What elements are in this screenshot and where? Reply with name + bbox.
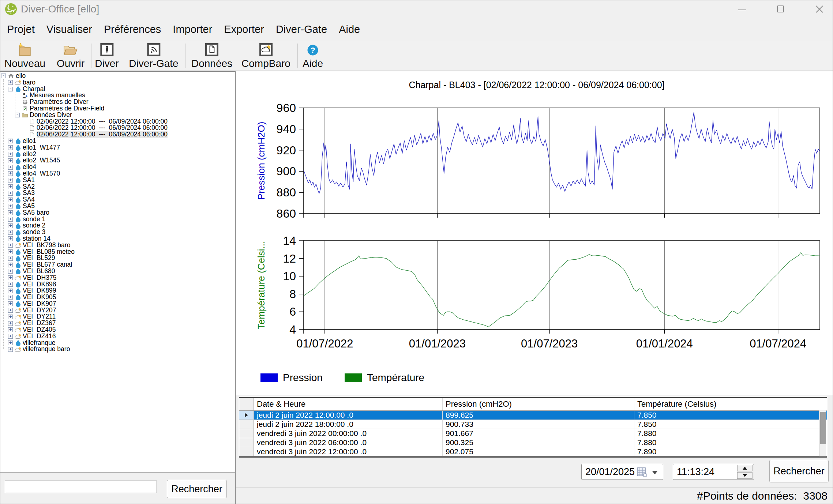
expand-icon[interactable]: + [8,80,13,85]
maximize-button[interactable] [770,0,791,18]
expand-icon[interactable]: + [8,269,13,274]
find-datetime-button[interactable]: Rechercher [769,460,829,482]
expand-icon[interactable]: + [8,152,13,157]
table-scrollbar[interactable] [819,410,826,456]
spin-up-button[interactable] [737,465,753,471]
close-button[interactable] [809,0,830,18]
toolbar-button-aide[interactable]: ?Aide [303,41,323,69]
spin-down-button[interactable] [737,472,753,479]
menu-item-exporter[interactable]: Exporter [224,23,264,35]
menu-item-visualiser[interactable]: Visualiser [46,23,92,35]
legend-label: Pression [283,372,323,384]
tree-item[interactable]: +SA5 baro [0,210,235,216]
table-column-header[interactable]: Pression (cmH2O) [443,398,634,410]
expand-icon[interactable]: + [8,217,13,222]
date-dropdown-icon[interactable] [652,471,658,474]
table-row[interactable]: vendredi 3 juin 2022 06:00:00 .0900.3257… [239,438,827,447]
table-row[interactable]: jeudi 2 juin 2022 18:00:00 .0900.7337.85… [239,420,827,429]
toolbar: NouveauOuvrirDiverDiver-GateDonnéesCompB… [0,41,833,71]
tree-item-label: VEI DH375 [23,275,56,281]
expand-icon[interactable]: + [8,341,13,345]
row-selector-cell[interactable] [239,447,254,456]
panel-divider[interactable] [235,71,236,504]
expand-icon[interactable]: + [8,198,13,202]
expand-icon[interactable]: + [8,334,13,339]
tree-item[interactable]: +ello1 W1477 [0,144,235,151]
row-selector-cell[interactable] [239,438,254,447]
expand-icon[interactable]: + [8,230,13,235]
expand-icon[interactable]: + [8,145,13,150]
collapse-icon[interactable]: - [15,113,20,117]
row-selector-cell[interactable] [239,420,254,429]
table-row[interactable]: vendredi 3 juin 2022 12:00:00 .0902.0757… [239,447,827,456]
menu-item-aide[interactable]: Aide [339,23,360,35]
expand-icon[interactable]: + [8,256,13,261]
expand-icon[interactable]: + [8,295,13,300]
expand-icon[interactable]: + [8,210,13,215]
expand-icon[interactable]: + [8,204,13,208]
collapse-icon[interactable]: - [1,74,6,78]
expand-icon[interactable]: + [8,178,13,183]
expand-icon[interactable]: + [8,223,13,228]
expand-icon[interactable]: + [8,275,13,280]
tree-item[interactable]: +baro [0,79,235,86]
expand-icon[interactable]: + [8,184,13,189]
toolbar-button-ouvrir[interactable]: Ouvrir [57,41,85,69]
expand-icon[interactable]: + [8,165,13,170]
expand-icon[interactable]: + [8,171,13,176]
tree-search-input[interactable] [5,481,157,493]
pin-icon [15,262,21,268]
tree-item[interactable]: +villefranque baro [0,346,235,353]
expand-icon[interactable]: + [8,301,13,306]
toolbar-button-nouveau[interactable]: Nouveau [4,41,45,69]
expand-icon[interactable]: + [8,236,13,241]
expand-icon[interactable]: + [8,249,13,254]
expand-icon[interactable]: + [8,308,13,313]
tree-item[interactable]: +VEI DH375 [0,275,235,281]
minimize-button[interactable] [732,0,753,18]
tree-search-button[interactable]: Rechercher [167,480,227,498]
tree-item[interactable]: +VEI DZ416 [0,333,235,340]
row-selector-cell[interactable] [239,429,254,438]
toolbar-button-diver[interactable]: Diver [95,41,119,69]
tree-item[interactable]: +SA2 [0,184,235,190]
tree-item[interactable]: -Données Diver [0,112,235,119]
table-column-header[interactable]: Date & Heure [254,398,443,410]
tree-item[interactable]: +SA3 [0,190,235,196]
expand-icon[interactable]: + [8,158,13,163]
tree-item[interactable]: +VEI BK798 baro [0,242,235,249]
scrollbar-thumb[interactable] [820,412,826,444]
expand-icon[interactable]: + [8,315,13,319]
expand-icon[interactable]: + [8,243,13,248]
toolbar-button-compbaro[interactable]: CompBaro [241,41,290,69]
tree-item-label: ello1 W1477 [23,144,60,151]
tree-item[interactable]: +ello4 W1570 [0,170,235,177]
menu-item-projet[interactable]: Projet [7,23,35,35]
menu-item-diver-gate[interactable]: Diver-Gate [276,23,327,35]
expand-icon[interactable]: + [8,263,13,267]
time-picker[interactable]: 11:13:24 [673,464,754,480]
expand-icon[interactable]: + [8,139,13,143]
collapse-icon[interactable]: - [8,87,13,91]
date-picker[interactable]: 20/01/2025 [581,464,663,480]
project-tree-panel: -ello+baro-CharpalMesures manuellesParam… [0,71,235,472]
table-row[interactable]: jeudi 2 juin 2022 12:00:00 .0899.6257.85… [239,411,827,420]
tree-item-label: 02/06/2022 12:00:00 --- 06/09/2024 06:00… [37,131,168,138]
toolbar-button-diver-gate[interactable]: Diver-Gate [129,41,178,69]
expand-icon[interactable]: + [8,289,13,293]
current-row-indicator[interactable] [239,411,254,420]
expand-icon[interactable]: + [8,282,13,287]
calendar-icon[interactable] [637,467,647,478]
menu-item-importer[interactable]: Importer [173,23,212,35]
tree-item[interactable]: +SA1 [0,177,235,184]
menu-item-preferences[interactable]: Préférences [104,23,161,35]
toolbar-button-donnees[interactable]: Données [191,41,232,69]
table-column-header[interactable]: Température (Celsius) [634,398,820,410]
expand-icon[interactable]: + [8,327,13,332]
table-row[interactable]: vendredi 3 juin 2022 00:00:00 .0901.6677… [239,429,827,438]
tree-item[interactable]: +SA4 [0,196,235,203]
tree-item[interactable]: -ello [0,73,235,79]
expand-icon[interactable]: + [8,191,13,196]
expand-icon[interactable]: + [8,347,13,352]
expand-icon[interactable]: + [8,321,13,326]
